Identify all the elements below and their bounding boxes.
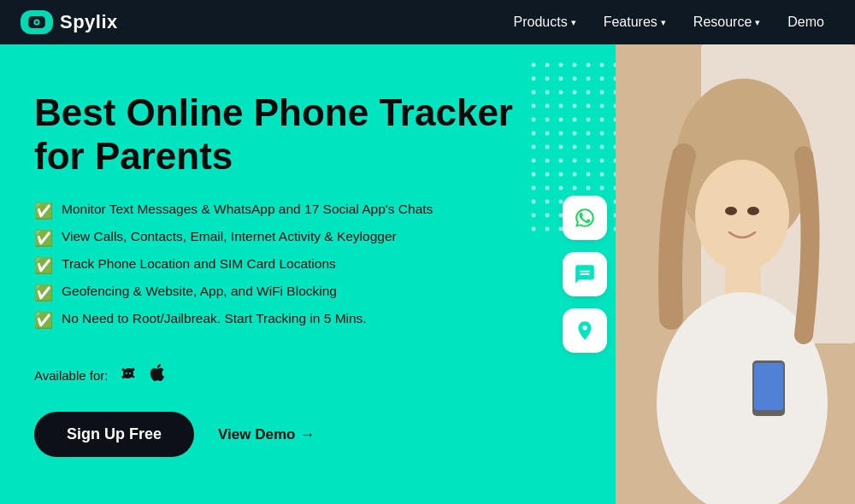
available-row: Available for: [34,362,513,388]
nav-resource-chevron: ▾ [755,17,760,28]
nav-products-label: Products [514,15,568,30]
chat-icon [574,263,596,285]
list-item: ✅ View Calls, Contacts, Email, Internet … [34,229,513,248]
available-label: Available for: [34,368,108,383]
svg-point-9 [695,160,789,271]
svg-rect-15 [754,363,783,410]
svg-point-3 [37,21,38,21]
hero-section: Best Online Phone Tracker for Parents ✅ … [0,44,855,504]
spylix-logo-svg [27,15,46,29]
nav-resource[interactable]: Resource ▾ [683,9,770,35]
nav-features-chevron: ▾ [661,17,666,28]
apple-icon [147,362,168,388]
nav-products[interactable]: Products ▾ [504,9,587,35]
logo-text: Spylix [60,11,118,33]
location-app-icon[interactable] [563,308,607,353]
svg-point-13 [747,207,759,215]
feature-text-2: View Calls, Contacts, Email, Internet Ac… [62,229,397,244]
list-item: ✅ Monitor Text Messages & WhatsApp and 1… [34,202,513,220]
chat-app-icon[interactable] [563,252,607,296]
nav-products-chevron: ▾ [571,17,576,28]
check-icon-4: ✅ [34,284,53,302]
whatsapp-app-icon[interactable] [563,196,607,240]
logo-icon [21,10,53,34]
hero-photo [616,44,855,504]
hero-title: Best Online Phone Tracker for Parents [34,91,513,178]
check-icon-2: ✅ [34,229,53,248]
list-item: ✅ Geofencing & Website, App, and WiFi Bl… [34,284,513,302]
feature-text-3: Track Phone Location and SIM Card Locati… [62,256,336,272]
demo-button[interactable]: View Demo → [218,426,315,443]
location-icon [574,319,596,342]
hero-content: Best Online Phone Tracker for Parents ✅ … [0,44,547,504]
logo[interactable]: Spylix [21,10,118,34]
svg-point-12 [725,207,737,215]
signup-button[interactable]: Sign Up Free [34,412,194,457]
feature-text-4: Geofencing & Website, App, and WiFi Bloc… [62,284,337,299]
nav-menu: Products ▾ Features ▾ Resource ▾ Demo [504,9,834,35]
list-item: ✅ No Need to Root/Jailbreak. Start Track… [34,311,513,330]
hero-right [547,44,855,504]
demo-button-label: View Demo [218,426,295,443]
check-icon-5: ✅ [34,311,53,330]
nav-features-label: Features [604,15,657,30]
nav-features[interactable]: Features ▾ [593,9,676,35]
nav-demo-label: Demo [787,15,824,30]
cta-row: Sign Up Free View Demo → [34,412,513,457]
nav-resource-label: Resource [693,15,752,30]
navbar: Spylix Products ▾ Features ▾ Resource ▾ … [0,0,855,44]
check-icon-3: ✅ [34,256,53,275]
person-svg [616,44,855,504]
check-icon-1: ✅ [34,202,53,220]
features-list: ✅ Monitor Text Messages & WhatsApp and 1… [34,202,513,338]
feature-text-1: Monitor Text Messages & WhatsApp and 17 … [62,202,433,217]
list-item: ✅ Track Phone Location and SIM Card Loca… [34,256,513,275]
android-icon [118,362,139,388]
person-image [616,44,855,504]
feature-text-5: No Need to Root/Jailbreak. Start Trackin… [62,311,367,326]
whatsapp-icon [574,207,596,229]
platform-icons [118,362,168,388]
demo-arrow: → [300,426,315,443]
app-icons-panel [563,196,607,353]
nav-demo[interactable]: Demo [777,9,834,35]
